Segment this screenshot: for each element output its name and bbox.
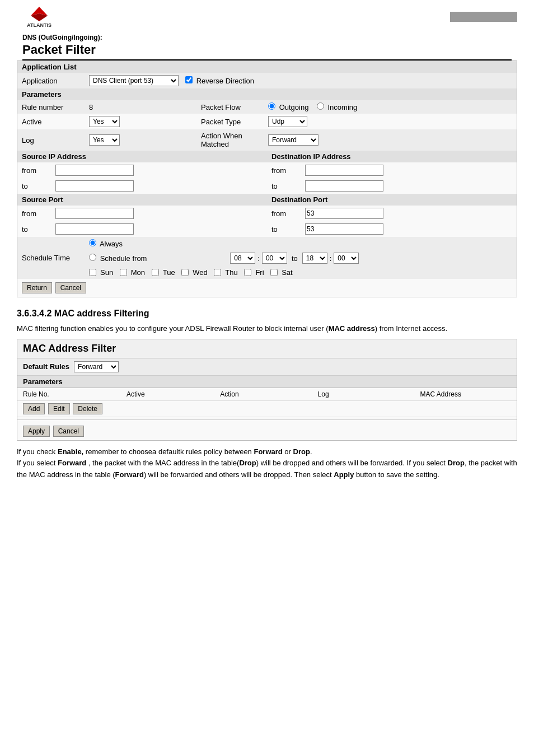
dest-port-table: from to <box>267 206 517 237</box>
default-rules-label: Default Rules <box>23 362 69 371</box>
source-port-to-row: to <box>17 221 267 237</box>
footer-line2: If you select Forward , the packet with … <box>17 458 517 481</box>
dest-from-label: from <box>267 162 301 178</box>
dest-ip-to-input[interactable] <box>305 180 383 192</box>
parameters-table: Rule number 8 Packet Flow Outgoing Incom… <box>17 100 517 151</box>
active-row: Active Yes Packet Type Udp <box>17 114 517 129</box>
log-select[interactable]: Yes <box>89 134 120 146</box>
schedule-from-radio[interactable] <box>89 254 96 261</box>
thu-checkbox[interactable] <box>214 269 221 276</box>
hour-to-select[interactable]: 18 <box>302 253 327 264</box>
application-select[interactable]: DNS Client (port 53) <box>89 75 179 86</box>
add-button[interactable]: Add <box>23 403 45 414</box>
packet-filter-panel: Application List Application DNS Client … <box>17 60 517 297</box>
edit-button[interactable]: Edit <box>48 403 70 414</box>
src-port-from-label: from <box>17 206 51 221</box>
source-ip-from-row: from <box>17 162 267 178</box>
application-list-header: Application List <box>17 61 517 73</box>
col-mac-address: MAC Address <box>370 390 511 398</box>
tue-checkbox[interactable] <box>152 269 159 276</box>
application-table: Application DNS Client (port 53) Reverse… <box>17 73 517 88</box>
dest-port-to-row: to <box>267 221 517 237</box>
wed-checkbox[interactable] <box>181 269 189 276</box>
dest-port-from-row: from <box>267 206 517 221</box>
always-radio-label: Always <box>89 240 123 248</box>
return-button[interactable]: Return <box>22 282 52 293</box>
forward-bold1: Forward <box>254 447 282 456</box>
mac-section-heading: 3.6.3.4.2 MAC address Filtering <box>17 309 517 319</box>
schedule-from-cell: Schedule from <box>85 250 226 266</box>
sun-checkbox[interactable] <box>89 269 96 276</box>
reverse-direction-checkbox[interactable] <box>185 76 193 83</box>
application-label: Application <box>17 73 85 88</box>
source-ip-header: Source IP Address <box>17 151 267 162</box>
enable-bold: Enable, <box>58 447 83 456</box>
source-ip-from-input[interactable] <box>55 165 134 176</box>
fri-checkbox[interactable] <box>244 269 251 276</box>
always-cell: Always <box>85 237 226 250</box>
mac-default-rules-row: Default Rules Forward <box>17 358 517 376</box>
pf-bottom-buttons: Return Cancel <box>17 279 517 297</box>
packet-type-select[interactable]: Udp <box>268 116 307 127</box>
dns-label: DNS (OutGoing/Ingoing): <box>22 34 512 41</box>
apply-button[interactable]: Apply <box>23 426 50 437</box>
delete-button[interactable]: Delete <box>73 403 102 414</box>
mon-checkbox[interactable] <box>120 269 127 276</box>
source-port-header: Source Port <box>17 194 267 206</box>
apply-bold: Apply <box>334 470 354 479</box>
mac-parameters-header: Parameters <box>17 376 517 388</box>
outgoing-radio[interactable] <box>268 102 275 110</box>
col-log: Log <box>277 390 371 398</box>
dest-ip-from-input[interactable] <box>305 165 383 176</box>
mac-crud-buttons: Add Edit Delete <box>17 401 517 417</box>
dest-port-section: Destination Port from to <box>267 194 517 237</box>
rule-number-value: 8 <box>85 100 196 114</box>
dest-port-header: Destination Port <box>267 194 517 206</box>
schedule-from-row: Schedule from 08 : 00 to 18 : 00 <box>17 250 517 266</box>
source-ip-section: Source IP Address from to <box>17 151 267 194</box>
reverse-direction-label: Reverse Direction <box>196 77 254 85</box>
mac-cancel-button[interactable]: Cancel <box>53 426 84 437</box>
source-ip-to-row: to <box>17 178 267 194</box>
active-label: Active <box>17 114 85 129</box>
incoming-radio[interactable] <box>317 102 324 110</box>
schedule-from-radio-label: Schedule from <box>89 254 147 263</box>
parameters-header: Parameters <box>17 88 517 100</box>
incoming-radio-label: Incoming <box>317 103 357 111</box>
log-select-cell: Yes <box>85 129 196 151</box>
page-header: ATLANTIS <box>17 6 517 28</box>
active-select-cell: Yes <box>85 114 196 129</box>
dest-ip-section: Destination IP Address from to <box>267 151 517 194</box>
forward-bold3: Forward <box>115 470 144 479</box>
drop-bold2: Drop <box>239 459 256 467</box>
dest-ip-to-row: to <box>267 178 517 194</box>
schedule-days-cell: Sun Mon Tue Wed Thu Fri Sat <box>85 266 517 279</box>
source-to-label: to <box>17 178 51 194</box>
application-value-cell: DNS Client (port 53) Reverse Direction <box>85 73 517 88</box>
src-port-to-label: to <box>17 221 51 237</box>
source-port-from-input[interactable] <box>55 208 134 219</box>
packet-flow-value: Outgoing Incoming <box>264 100 517 114</box>
always-radio[interactable] <box>89 239 96 246</box>
dest-ip-table: from to <box>267 162 517 194</box>
forward-bold2: Forward <box>58 459 86 467</box>
source-port-table: from to <box>17 206 267 237</box>
source-port-to-input[interactable] <box>55 223 134 235</box>
drop-bold1: Drop <box>293 447 310 456</box>
mac-apply-row: Apply Cancel <box>17 422 517 440</box>
default-rules-select[interactable]: Forward <box>74 361 119 372</box>
dest-port-from-input[interactable] <box>305 208 383 219</box>
action-select[interactable]: Forward <box>268 134 318 146</box>
min-from-select[interactable]: 00 <box>262 253 287 264</box>
drop-bold3: Drop <box>448 459 465 467</box>
sat-checkbox[interactable] <box>270 269 278 276</box>
action-select-cell: Forward <box>264 129 517 151</box>
dest-port-to-input[interactable] <box>305 223 383 235</box>
pf-cancel-button[interactable]: Cancel <box>55 282 86 293</box>
source-ip-to-input[interactable] <box>55 180 134 192</box>
min-to-select[interactable]: 00 <box>334 253 359 264</box>
page-title-area: DNS (OutGoing/Ingoing): Packet Filter <box>17 31 517 60</box>
mac-panel-title: MAC Address Filter <box>17 339 517 358</box>
hour-from-select[interactable]: 08 <box>230 253 255 264</box>
active-select[interactable]: Yes <box>89 116 120 127</box>
